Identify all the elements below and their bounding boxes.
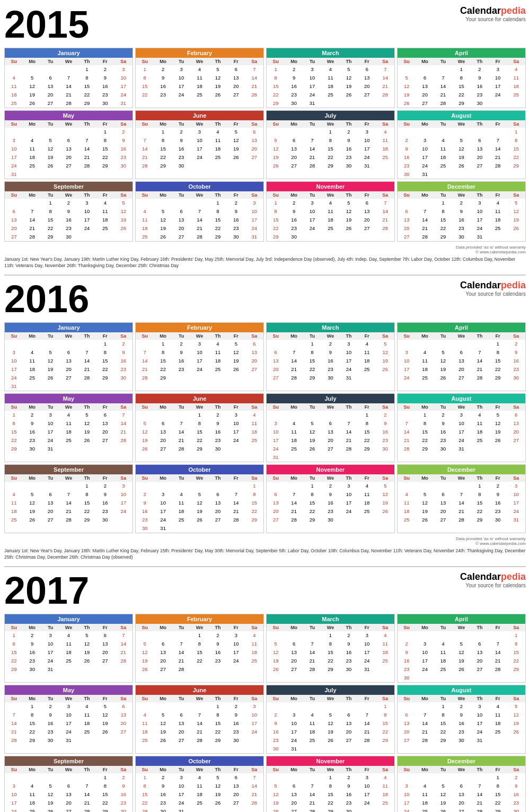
cal-day: 20 bbox=[398, 224, 416, 233]
cal-day: 16 bbox=[136, 507, 154, 516]
cal-day: 28 bbox=[172, 665, 190, 674]
cal-day: 27 bbox=[507, 436, 525, 445]
cal-day: 29 bbox=[5, 445, 23, 453]
cal-day: 13 bbox=[358, 74, 376, 82]
cal-day: 13 bbox=[59, 145, 77, 153]
cal-day: 19 bbox=[78, 428, 96, 436]
cal-day: 23 bbox=[398, 162, 416, 170]
cal-day: 25 bbox=[23, 162, 41, 170]
cal-day: 14 bbox=[59, 82, 77, 91]
cal-day: 13 bbox=[5, 216, 23, 224]
cal-day: 21 bbox=[136, 153, 154, 162]
cal-day: 19 bbox=[398, 91, 416, 99]
empty-cell bbox=[136, 411, 154, 419]
cal-day: 2 bbox=[376, 411, 394, 419]
cal-day: 2 bbox=[340, 773, 358, 782]
cal-day: 14 bbox=[471, 357, 489, 365]
day-header-tu: Tu bbox=[41, 191, 59, 199]
cal-day: 27 bbox=[59, 807, 77, 812]
cal-day: 13 bbox=[227, 782, 245, 790]
day-header-th: Th bbox=[78, 191, 96, 199]
cal-day: 6 bbox=[172, 207, 190, 216]
day-header-mo: Mo bbox=[154, 474, 172, 482]
cal-day: 16 bbox=[154, 82, 172, 91]
cal-day: 11 bbox=[416, 790, 434, 799]
cal-day: 2 bbox=[471, 65, 489, 74]
empty-cell bbox=[23, 773, 41, 782]
cal-day: 17 bbox=[245, 216, 263, 224]
empty-cell bbox=[416, 128, 434, 136]
empty-cell bbox=[489, 128, 507, 136]
day-header-tu: Tu bbox=[434, 766, 452, 773]
day-header-we: We bbox=[190, 766, 208, 773]
cal-day: 20 bbox=[267, 365, 285, 374]
cal-day: 4 bbox=[416, 348, 434, 357]
cal-day: 19 bbox=[114, 216, 132, 224]
day-header-tu: Tu bbox=[303, 695, 321, 702]
day-header-fr: Fr bbox=[96, 120, 114, 128]
cal-day: 12 bbox=[136, 428, 154, 436]
cal-day: 18 bbox=[209, 357, 227, 365]
day-header-sa: Sa bbox=[245, 332, 263, 340]
day-header-we: We bbox=[452, 474, 470, 482]
cal-day: 4 bbox=[376, 128, 394, 136]
empty-cell bbox=[5, 199, 23, 207]
cal-day: 23 bbox=[285, 224, 303, 233]
empty-cell bbox=[303, 128, 321, 136]
cal-day: 4 bbox=[376, 773, 394, 782]
day-header-mo: Mo bbox=[154, 120, 172, 128]
cal-day: 15 bbox=[5, 648, 23, 657]
month-block-february: FebruarySuMoTuWeThFrSa123456789101112131… bbox=[135, 322, 264, 391]
cal-day: 2 bbox=[172, 340, 190, 348]
cal-day: 21 bbox=[303, 657, 321, 665]
day-header-sa: Sa bbox=[114, 766, 132, 773]
cal-day: 26 bbox=[114, 224, 132, 233]
cal-day: 21 bbox=[78, 799, 96, 807]
cal-day: 6 bbox=[358, 199, 376, 207]
cal-day: 13 bbox=[398, 216, 416, 224]
cal-day: 23 bbox=[96, 507, 114, 516]
cal-day: 31 bbox=[5, 170, 23, 179]
cal-day: 17 bbox=[471, 719, 489, 728]
cal-day: 22 bbox=[321, 153, 339, 162]
day-header-sa: Sa bbox=[507, 332, 525, 340]
cal-day: 19 bbox=[96, 719, 114, 728]
day-header-mo: Mo bbox=[154, 695, 172, 702]
cal-day: 14 bbox=[489, 648, 507, 657]
cal-day: 10 bbox=[471, 207, 489, 216]
cal-day: 10 bbox=[172, 74, 190, 82]
cal-day: 8 bbox=[41, 207, 59, 216]
cal-day: 28 bbox=[245, 799, 263, 807]
cal-day: 21 bbox=[78, 365, 96, 374]
cal-day: 11 bbox=[416, 357, 434, 365]
cal-day: 2 bbox=[452, 702, 470, 711]
day-header-tu: Tu bbox=[172, 474, 190, 482]
cal-day: 5 bbox=[267, 136, 285, 145]
cal-day: 7 bbox=[114, 631, 132, 640]
cal-day: 16 bbox=[507, 357, 525, 365]
day-header-mo: Mo bbox=[285, 332, 303, 340]
cal-day: 10 bbox=[267, 428, 285, 436]
cal-day: 31 bbox=[154, 524, 172, 533]
cal-day: 26 bbox=[452, 665, 470, 674]
cal-day: 29 bbox=[96, 162, 114, 170]
day-header-fr: Fr bbox=[227, 332, 245, 340]
empty-cell bbox=[434, 482, 452, 490]
cal-day: 29 bbox=[376, 736, 394, 745]
day-header-we: We bbox=[321, 332, 339, 340]
day-header-mo: Mo bbox=[23, 766, 41, 773]
cal-day: 4 bbox=[190, 773, 208, 782]
cal-day: 20 bbox=[267, 507, 285, 516]
cal-day: 11 bbox=[471, 419, 489, 428]
cal-day: 16 bbox=[340, 145, 358, 153]
cal-day: 18 bbox=[285, 436, 303, 445]
cal-day: 14 bbox=[114, 419, 132, 428]
cal-day: 13 bbox=[434, 499, 452, 507]
cal-day: 5 bbox=[227, 340, 245, 348]
cal-day: 6 bbox=[59, 348, 77, 357]
cal-day: 20 bbox=[154, 657, 172, 665]
cal-day: 30 bbox=[96, 516, 114, 524]
day-header-we: We bbox=[59, 120, 77, 128]
cal-day: 4 bbox=[245, 631, 263, 640]
cal-day: 9 bbox=[227, 711, 245, 719]
